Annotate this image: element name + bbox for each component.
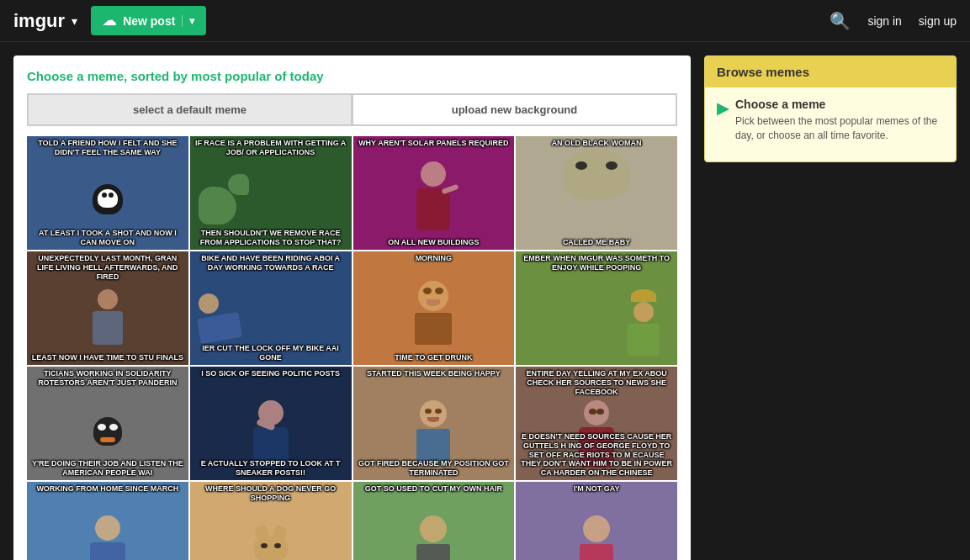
meme-cell[interactable]: WORKING FROM HOME SINCE MARCH	[27, 482, 188, 560]
logo[interactable]: imgur	[13, 10, 65, 32]
meme-text-top: EMBER WHEN IMGUR WAS SOMETH TO ENJOY WHI…	[516, 251, 677, 275]
meme-text-bottom: E ACTUALLY STOPPED TO LOOK AT T SNEAKER …	[190, 457, 352, 480]
meme-text-top: I'M NOT GAY	[516, 482, 677, 496]
meme-cell[interactable]: IF RACE IS A PROBLEM WITH GETTING A JOB/…	[190, 136, 352, 250]
meme-text-top: AN OLD BLACK WOMAN	[516, 136, 677, 151]
logo-chevron-icon[interactable]: ▾	[72, 14, 77, 28]
browse-item-title[interactable]: Choose a meme	[735, 98, 944, 111]
meme-text-bottom: CALLED ME BABY	[516, 235, 677, 250]
meme-cell[interactable]: UNEXPECTEDLY LAST MONTH, GRAN LIFE LIVIN…	[27, 251, 188, 365]
meme-cell[interactable]: BIKE AND HAVE BEEN RIDING ABOI A DAY WOR…	[190, 251, 352, 365]
meme-cell[interactable]: MORNINGTIME TO GET DRUNK	[353, 251, 515, 365]
meme-text-bottom: AT LEAST I TOOK A SHOT AND NOW I CAN MOV…	[27, 226, 188, 250]
meme-cell[interactable]: I SO SICK OF SEEING POLITIC POSTSE ACTUA…	[190, 367, 352, 480]
meme-cell[interactable]: GOT SO USED TO CUT MY OWN HAIR	[353, 482, 515, 560]
browse-arrow-icon: ▶	[717, 99, 729, 118]
browse-header: Browse memes	[705, 56, 956, 87]
main-container: Choose a meme, sorted by most popular of…	[0, 42, 970, 560]
sign-in-link[interactable]: sign in	[867, 14, 901, 28]
tab-default-meme[interactable]: select a default meme	[27, 93, 352, 126]
meme-cell[interactable]: TOLD A FRIEND HOW I FELT AND SHE DIDN'T …	[27, 136, 188, 250]
panel-title: Choose a meme, sorted by most popular of…	[27, 69, 677, 83]
browse-item: ▶ Choose a meme Pick between the most po…	[717, 98, 944, 143]
right-panel: Browse memes ▶ Choose a meme Pick betwee…	[704, 55, 957, 560]
meme-text-bottom: E DOESN'T NEED SOURCES CAUSE HER GUTTELS…	[516, 430, 677, 480]
tab-upload-background[interactable]: upload new background	[352, 93, 677, 126]
panel-title-sort[interactable]: today	[290, 69, 324, 83]
meme-text-top: MORNING	[353, 251, 515, 266]
left-panel: Choose a meme, sorted by most popular of…	[13, 55, 691, 560]
meme-text-top: WHERE SHOULD A DOG NEVER GO SHOPPING	[190, 482, 352, 505]
meme-text-top: UNEXPECTEDLY LAST MONTH, GRAN LIFE LIVIN…	[27, 251, 188, 283]
meme-text-bottom: TIME TO GET DRUNK	[353, 351, 515, 365]
meme-cell[interactable]: ENTIRE DAY YELLING AT MY EX ABOU CHECK H…	[516, 367, 677, 480]
meme-text-top: I SO SICK OF SEEING POLITIC POSTS	[190, 367, 352, 381]
meme-text-bottom: THEN SHOULDN'T WE REMOVE RACE FROM APPLI…	[190, 226, 352, 250]
meme-cell[interactable]: WHY AREN'T SOLAR PANELS REQUIREDON ALL N…	[353, 136, 515, 250]
meme-text-bottom: LEAST NOW I HAVE TIME TO STU FINALS	[27, 351, 188, 365]
meme-text-top: BIKE AND HAVE BEEN RIDING ABOI A DAY WOR…	[190, 251, 352, 275]
header: imgur ▾ ☁ New post ▾ 🔍 sign in sign up	[0, 0, 970, 42]
browse-item-content: Choose a meme Pick between the most popu…	[735, 98, 944, 143]
meme-text-top: TICIANS WORKING IN SOLIDARITY ROTESTORS …	[27, 367, 188, 390]
meme-cell[interactable]: TICIANS WORKING IN SOLIDARITY ROTESTORS …	[27, 367, 188, 480]
meme-text-top: STARTED THIS WEEK BEING HAPPY	[353, 367, 515, 381]
meme-text-top: ENTIRE DAY YELLING AT MY EX ABOU CHECK H…	[516, 367, 677, 399]
sign-up-link[interactable]: sign up	[919, 14, 957, 28]
meme-text-bottom: GOT FIRED BECAUSE MY POSITION GOT TERMIN…	[353, 457, 515, 480]
meme-cell[interactable]: EMBER WHEN IMGUR WAS SOMETH TO ENJOY WHI…	[516, 251, 677, 365]
meme-text-bottom: ON ALL NEW BUILDINGS	[353, 235, 515, 250]
panel-title-prefix: Choose a meme, sorted by most popular of	[27, 69, 286, 83]
meme-grid: TOLD A FRIEND HOW I FELT AND SHE DIDN'T …	[27, 136, 677, 560]
new-post-label: New post	[123, 14, 175, 28]
new-post-button[interactable]: ☁ New post ▾	[91, 6, 206, 35]
meme-text-top: TOLD A FRIEND HOW I FELT AND SHE DIDN'T …	[27, 136, 188, 160]
browse-body: ▶ Choose a meme Pick between the most po…	[705, 87, 956, 161]
browse-item-desc: Pick between the most popular memes of t…	[735, 114, 944, 143]
meme-text-top: WORKING FROM HOME SINCE MARCH	[27, 482, 188, 496]
meme-text-top: WHY AREN'T SOLAR PANELS REQUIRED	[353, 136, 515, 151]
meme-text-bottom: IER CUT THE LOCK OFF MY BIKE AAI GONE	[190, 341, 352, 365]
header-actions: 🔍 sign in sign up	[830, 11, 957, 31]
search-icon[interactable]: 🔍	[830, 11, 851, 31]
meme-text-top: IF RACE IS A PROBLEM WITH GETTING A JOB/…	[190, 136, 352, 160]
meme-cell[interactable]: AN OLD BLACK WOMANCALLED ME BABY	[516, 136, 677, 250]
meme-cell[interactable]: I'M NOT GAY	[516, 482, 677, 560]
dropdown-arrow-icon[interactable]: ▾	[182, 15, 194, 27]
tabs-row: select a default meme upload new backgro…	[27, 93, 677, 126]
meme-text-bottom: Y'RE DOING THEIR JOB AND LISTEN THE AMER…	[27, 457, 188, 480]
browse-box: Browse memes ▶ Choose a meme Pick betwee…	[704, 55, 957, 162]
meme-cell[interactable]: WHERE SHOULD A DOG NEVER GO SHOPPING	[190, 482, 352, 560]
upload-icon: ☁	[103, 13, 116, 29]
meme-text-top: GOT SO USED TO CUT MY OWN HAIR	[353, 482, 515, 496]
meme-cell[interactable]: STARTED THIS WEEK BEING HAPPYGOT FIRED B…	[353, 367, 515, 480]
